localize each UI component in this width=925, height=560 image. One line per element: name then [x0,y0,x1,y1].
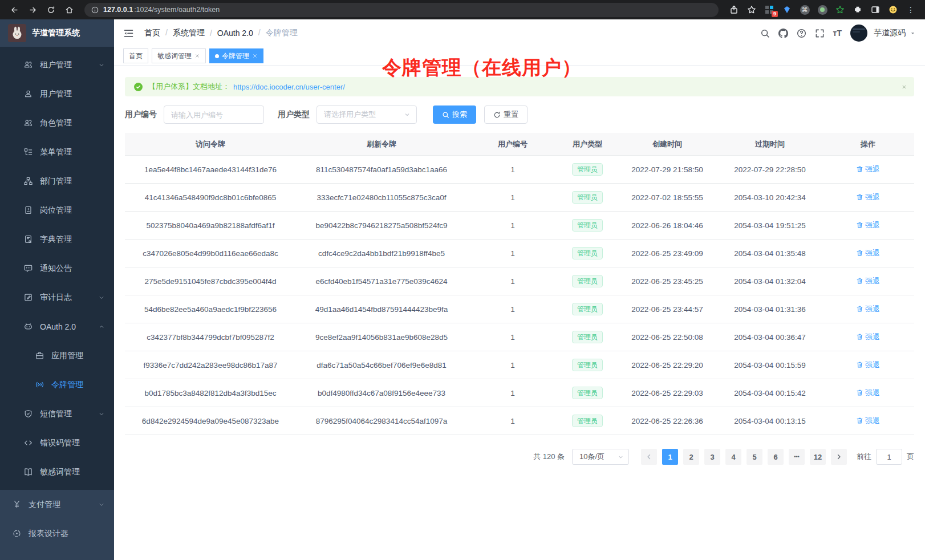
user-avatar[interactable] [850,25,867,42]
prev-page-button[interactable] [641,449,657,465]
page-button-1[interactable]: 1 [662,449,678,465]
signal-icon [35,380,44,389]
sidebar-item-menu[interactable]: 菜单管理 [0,137,114,167]
browser-home-button[interactable] [62,2,76,17]
tab-label: 令牌管理 [222,51,249,61]
sidebar-item-pay[interactable]: 支付管理 [0,490,114,519]
sidebar-item-user[interactable]: 用户管理 [0,79,114,108]
sidebar-item-oauth2[interactable]: OAuth 2.0 [0,312,114,341]
page-size-select[interactable]: 10条/页 [572,449,629,465]
side-panel-icon[interactable] [870,5,881,15]
user-type-badge: 管理员 [572,247,603,259]
created-at-cell: 2022-06-25 22:26:36 [616,417,718,425]
force-logout-button[interactable]: 强退 [856,220,880,230]
site-info-icon[interactable] [91,6,99,14]
tab-令牌管理[interactable]: 令牌管理 [209,48,263,63]
tab-close-icon[interactable] [194,53,200,59]
refresh-token-cell: cdfc4ce9c2da4bb1bdf21b9918ff4be5 [296,249,467,258]
sidebar-item-report-designer[interactable]: 报表设计器 [0,519,114,548]
page-button-6[interactable]: 6 [768,449,784,465]
sidebar-item-notice[interactable]: 通知公告 [0,254,114,283]
sidebar-item-tenant[interactable]: 租户管理 [0,50,114,79]
success-check-icon [134,83,143,91]
user-type-cell: 管理员 [558,359,616,371]
share-icon[interactable] [729,5,739,15]
gem-extension-icon[interactable] [782,5,792,15]
force-logout-button[interactable]: 强退 [856,164,880,175]
breadcrumb-item[interactable]: OAuth 2.0 [205,29,253,38]
extension-grid-icon[interactable]: 9 [764,5,774,15]
force-logout-button[interactable]: 强退 [856,332,880,342]
sidebar-item-audit-log[interactable]: 审计日志 [0,283,114,312]
page-button-4[interactable]: 4 [725,449,741,465]
column-header: 操作 [822,139,914,149]
alert-close-icon[interactable] [901,84,907,90]
app-logo[interactable]: 芋道管理系统 [0,19,114,47]
command-extension-icon[interactable]: ⌘ [800,5,810,15]
breadcrumb-item: 令牌管理 [253,28,298,38]
reset-button[interactable]: 重置 [484,105,528,124]
force-logout-button[interactable]: 强退 [856,192,880,202]
force-logout-button[interactable]: 强退 [856,276,880,286]
created-at-cell: 2022-06-25 23:45:25 [616,277,718,286]
recorder-extension-icon[interactable] [817,5,827,15]
browser-menu-icon[interactable]: ⋮ [906,5,916,15]
user-id-label: 用户编号 [125,109,157,120]
user-type-cell: 管理员 [558,163,616,176]
font-size-icon[interactable]: тT [833,29,842,38]
user-menu-caret-icon[interactable] [910,30,916,36]
sidebar-item-role[interactable]: 角色管理 [0,108,114,137]
page-button-5[interactable]: 5 [747,449,762,465]
star-extension-icon[interactable] [835,5,845,15]
force-logout-button[interactable]: 强退 [856,388,880,398]
next-page-button[interactable] [831,449,847,465]
page-button-12[interactable]: 12 [810,449,826,465]
tab-敏感词管理[interactable]: 敏感词管理 [152,48,206,63]
expires-at-cell: 2054-03-04 01:31:36 [718,305,822,314]
force-logout-button[interactable]: 强退 [856,248,880,258]
browser-forward-button[interactable] [25,2,40,17]
expires-at-cell: 2054-03-04 01:35:48 [718,249,822,258]
browser-back-button[interactable] [7,2,22,17]
sidebar-item-oauth2-app[interactable]: 应用管理 [0,341,114,370]
more-pages-button[interactable]: ••• [789,449,805,465]
access-token-cell: 275e5de9151045fe87cbdc395e004f4d [125,277,296,286]
user-type-select[interactable]: 请选择用户类型 [317,105,417,124]
sidebar-item-oauth2-token[interactable]: 令牌管理 [0,370,114,399]
force-logout-button[interactable]: 强退 [856,360,880,370]
sidebar-item-post[interactable]: 岗位管理 [0,196,114,225]
fullscreen-icon[interactable] [815,29,825,38]
username[interactable]: 芋道源码 [874,28,906,38]
puzzle-extensions-icon[interactable] [853,5,863,15]
refresh-token-cell: 9ce8ef2aa9f14056b831ae9b608e28d5 [296,333,467,342]
alert-doc-link[interactable]: https://doc.iocoder.cn/user-center/ [233,83,345,91]
sidebar-item-error-code[interactable]: 错误码管理 [0,428,114,457]
address-bar[interactable]: 127.0.0.1 :1024/system/oauth2/token [84,3,719,17]
page-button-2[interactable]: 2 [683,449,699,465]
force-logout-button[interactable]: 强退 [856,304,880,314]
breadcrumb-item[interactable]: 系统管理 [160,28,205,38]
created-at-cell: 2022-07-02 18:55:55 [616,193,718,202]
sidebar-item-sms[interactable]: 短信管理 [0,399,114,428]
page-button-3[interactable]: 3 [704,449,720,465]
sidebar-item-sensitive-word[interactable]: 敏感词管理 [0,457,114,486]
breadcrumb-item[interactable]: 首页 [144,28,160,38]
tab-close-icon[interactable] [252,53,258,59]
profile-avatar-icon[interactable] [888,5,898,15]
bookmark-star-icon[interactable] [747,5,757,15]
help-icon[interactable] [797,29,806,38]
tab-首页[interactable]: 首页 [123,48,148,63]
force-logout-button[interactable]: 强退 [856,416,880,426]
browser-reload-button[interactable] [43,2,58,17]
pagination: 共 120 条 10条/页 123456•••12 前往 页 [125,449,914,465]
search-icon[interactable] [760,29,770,38]
table-body: 1ea5e44f8bc1467aaede43144f31de76811c5304… [125,156,914,435]
search-button[interactable]: 搜索 [433,105,476,124]
goto-page-input[interactable] [876,449,902,465]
sidebar-item-dict[interactable]: 字典管理 [0,225,114,254]
user-id-input[interactable] [164,105,264,124]
browser-chrome: 127.0.0.1 :1024/system/oauth2/token 9 ⌘ … [0,0,925,19]
github-icon[interactable] [778,29,788,38]
sidebar-collapse-button[interactable] [123,28,134,39]
sidebar-item-dept[interactable]: 部门管理 [0,167,114,196]
